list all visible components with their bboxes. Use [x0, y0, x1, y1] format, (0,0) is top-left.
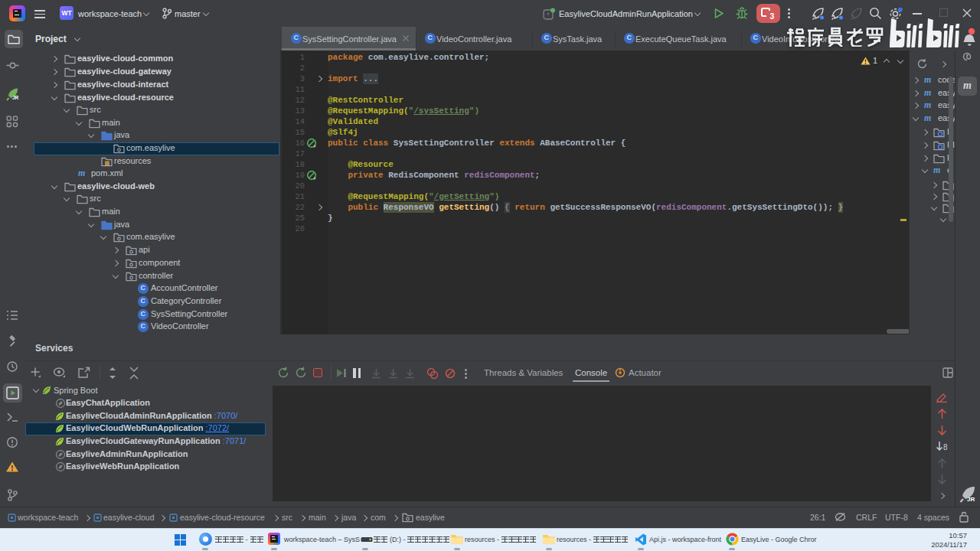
svg-text:JR: JR [12, 95, 19, 100]
svg-text:8: 8 [943, 443, 948, 452]
svg-text:JR: JR [967, 496, 975, 503]
